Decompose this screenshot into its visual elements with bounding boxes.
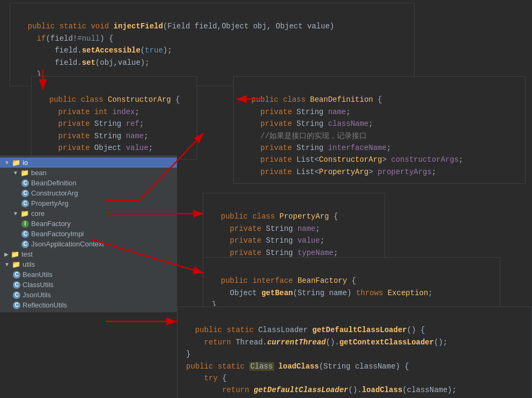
arrow-3 [106, 133, 204, 200]
arrow-5 [91, 239, 204, 273]
arrow-overlay [0, 0, 532, 398]
